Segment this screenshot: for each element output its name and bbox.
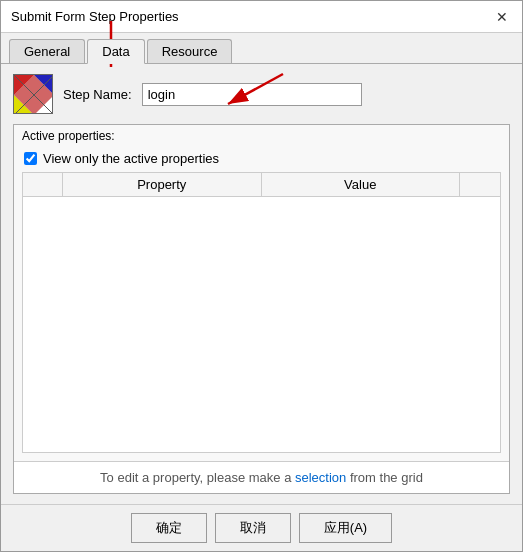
group-legend: Active properties: [14,125,509,143]
col-header-1 [23,173,63,196]
col-header-value: Value [262,173,461,196]
title-bar: Submit Form Step Properties ✕ [1,1,522,33]
properties-table: Property Value [22,172,501,453]
content-area: Step Name: [1,64,522,504]
tab-data[interactable]: Data [87,39,144,64]
step-name-input[interactable] [142,83,362,106]
checkbox-label: View only the active properties [43,151,219,166]
checkbox-row: View only the active properties [14,147,509,172]
tab-resource[interactable]: Resource [147,39,233,63]
dialog-title: Submit Form Step Properties [11,9,179,24]
edit-hint-suffix: from the grid [346,470,423,485]
col-header-property: Property [63,173,262,196]
tab-bar: General Data Resource [1,33,522,64]
view-active-checkbox[interactable] [24,152,37,165]
edit-hint-prefix: To edit a property, please make a [100,470,295,485]
dialog-footer: 确定 取消 应用(A) [1,504,522,551]
cancel-button[interactable]: 取消 [215,513,291,543]
table-header: Property Value [23,173,500,197]
confirm-button[interactable]: 确定 [131,513,207,543]
edit-hint-link: selection [295,470,346,485]
step-name-label: Step Name: [63,87,132,102]
col-header-4 [460,173,500,196]
tab-general[interactable]: General [9,39,85,63]
edit-hint: To edit a property, please make a select… [14,461,509,493]
step-icon [13,74,53,114]
step-name-row: Step Name: [13,74,510,114]
apply-button[interactable]: 应用(A) [299,513,392,543]
active-properties-group: Active properties: View only the active … [13,124,510,494]
dialog-window: Submit Form Step Properties ✕ General Da… [0,0,523,552]
table-body [23,197,500,357]
close-button[interactable]: ✕ [492,7,512,27]
